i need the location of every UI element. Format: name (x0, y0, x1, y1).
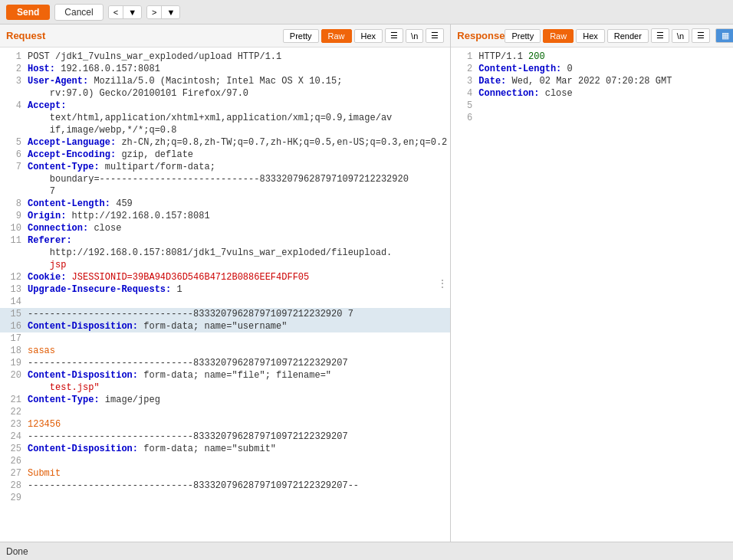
code-line: 13Upgrade-Insecure-Requests: 1 (0, 283, 450, 296)
line-content: Content-Disposition: form-data; name="fi… (28, 369, 447, 382)
request-icon-menu[interactable]: ☰ (426, 28, 444, 43)
line-number: 14 (3, 296, 21, 308)
response-icon-format[interactable]: ☰ (651, 28, 669, 43)
view-split-button[interactable]: ▦ (716, 29, 733, 42)
code-line: 26 (0, 455, 450, 467)
response-panel: Response Pretty Raw Hex Render ☰ \n ☰ ▦ … (451, 25, 733, 542)
code-line: 5 (451, 100, 733, 112)
code-line: 7 (0, 185, 450, 198)
nav-up-button[interactable]: ▼ (123, 6, 141, 18)
line-number: 11 (3, 234, 21, 247)
line-number (3, 259, 21, 271)
line-number (3, 87, 21, 100)
line-content (28, 492, 447, 504)
line-number: 4 (454, 87, 472, 100)
code-line: 8Content-Length: 459 (0, 198, 450, 210)
line-number: 16 (3, 320, 21, 332)
line-content: Content-Type: image/jpeg (28, 394, 447, 406)
code-line: 23123456 (0, 418, 450, 431)
request-drag-handle[interactable]: ⋮ (435, 277, 450, 290)
code-line: 1POST /jdk1_7vulns_war_exploded/upload H… (0, 51, 450, 63)
line-content: 7 (28, 185, 447, 198)
line-number: 23 (3, 418, 21, 431)
nav-next-group: > ▼ (146, 5, 180, 19)
line-number: 28 (3, 480, 21, 492)
line-content: Referer: (28, 234, 447, 247)
line-content: 123456 (28, 418, 447, 431)
request-icon-format[interactable]: ☰ (385, 28, 403, 43)
line-number: 8 (3, 198, 21, 210)
response-icon-newline[interactable]: \n (672, 29, 689, 43)
line-number: 5 (454, 100, 472, 112)
line-content: if,image/webp,*/*;q=0.8 (28, 124, 447, 136)
nav-prev-button[interactable]: < (109, 6, 123, 18)
cancel-button[interactable]: Cancel (54, 4, 103, 21)
code-line: 19------------------------------83332079… (0, 357, 450, 369)
code-line: text/html,application/xhtml+xml,applicat… (0, 112, 450, 124)
line-number: 22 (3, 406, 21, 418)
request-tab-raw[interactable]: Raw (321, 29, 352, 43)
line-number: 3 (3, 75, 21, 87)
line-number: 17 (3, 332, 21, 345)
line-number: 6 (454, 112, 472, 124)
line-number: 25 (3, 443, 21, 455)
line-content: ------------------------------8333207962… (28, 431, 447, 443)
request-panel-header: Request Pretty Raw Hex ☰ \n ☰ (0, 25, 450, 47)
request-tab-pretty[interactable]: Pretty (283, 29, 319, 43)
code-line: 3User-Agent: Mozilla/5.0 (Macintosh; Int… (0, 75, 450, 87)
line-number: 1 (3, 51, 21, 63)
nav-next-button[interactable]: > (147, 6, 162, 18)
code-line: 27Submit (0, 467, 450, 480)
line-number: 26 (3, 455, 21, 467)
line-number: 24 (3, 431, 21, 443)
line-content: Accept-Language: zh-CN,zh;q=0.8,zh-TW;q=… (28, 136, 447, 149)
request-tab-hex[interactable]: Hex (354, 29, 383, 43)
response-code-area[interactable]: 1HTTP/1.1 2002Content-Length: 03Date: We… (451, 47, 733, 542)
line-content (28, 332, 447, 345)
code-line: 7Content-Type: multipart/form-data; (0, 161, 450, 173)
request-icon-newline[interactable]: \n (406, 29, 423, 43)
line-number (3, 112, 21, 124)
line-number: 29 (3, 492, 21, 504)
line-content: sasas (28, 345, 447, 357)
code-line: 20Content-Disposition: form-data; name="… (0, 369, 450, 382)
code-line: 12Cookie: JSESSIONID=39BA94D36D546B4712B… (0, 271, 450, 283)
line-content (28, 296, 447, 308)
response-tab-pretty[interactable]: Pretty (505, 29, 541, 43)
response-tab-raw[interactable]: Raw (543, 29, 574, 43)
done-bar: Done (0, 542, 733, 560)
line-content: rv:97.0) Gecko/20100101 Firefox/97.0 (28, 87, 447, 100)
line-content: Origin: http://192.168.0.157:8081 (28, 210, 447, 222)
line-content (478, 100, 733, 112)
code-line: 22 (0, 406, 450, 418)
request-title: Request (6, 30, 45, 41)
code-line: 9Origin: http://192.168.0.157:8081 (0, 210, 450, 222)
send-button[interactable]: Send (6, 5, 50, 20)
line-content: text/html,application/xhtml+xml,applicat… (28, 112, 447, 124)
nav-dropdown-button[interactable]: ▼ (162, 6, 179, 18)
code-line: test.jsp" (0, 382, 450, 394)
code-line: 6Accept-Encoding: gzip, deflate (0, 149, 450, 161)
line-content: HTTP/1.1 200 (478, 51, 733, 63)
line-content: Upgrade-Insecure-Requests: 1 (28, 283, 447, 296)
code-line: 21Content-Type: image/jpeg (0, 394, 450, 406)
line-content: POST /jdk1_7vulns_war_exploded/upload HT… (28, 51, 447, 63)
code-line: 17 (0, 332, 450, 345)
line-content: Accept-Encoding: gzip, deflate (28, 149, 447, 161)
code-line: 29 (0, 492, 450, 504)
response-tab-render[interactable]: Render (607, 29, 649, 43)
request-code-area[interactable]: 1POST /jdk1_7vulns_war_exploded/upload H… (0, 47, 450, 542)
response-icon-menu[interactable]: ☰ (692, 28, 710, 43)
line-content: Content-Type: multipart/form-data; (28, 161, 447, 173)
code-line: 5Accept-Language: zh-CN,zh;q=0.8,zh-TW;q… (0, 136, 450, 149)
line-number: 18 (3, 345, 21, 357)
line-number: 2 (454, 63, 472, 75)
request-toolbar: Pretty Raw Hex ☰ \n ☰ (283, 28, 445, 43)
response-tab-hex[interactable]: Hex (576, 29, 605, 43)
code-line: 2Host: 192.168.0.157:8081 (0, 63, 450, 75)
line-content: http://192.168.0.157:8081/jdk1_7vulns_wa… (28, 247, 447, 259)
line-number: 10 (3, 222, 21, 234)
code-line: 10Connection: close (0, 222, 450, 234)
line-content: Date: Wed, 02 Mar 2022 07:20:28 GMT (478, 75, 733, 87)
done-label: Done (6, 546, 28, 557)
